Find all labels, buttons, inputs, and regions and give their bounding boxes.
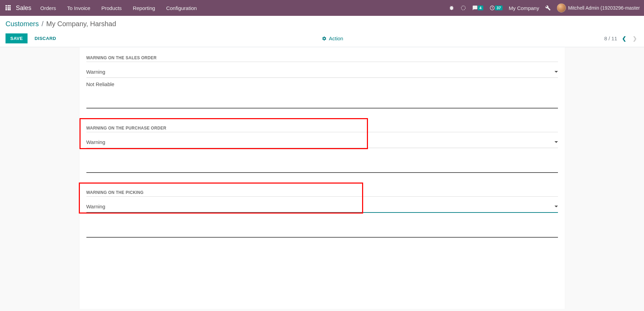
action-label: Action — [329, 35, 343, 41]
sales-order-warning-select[interactable]: Warning — [86, 66, 558, 78]
nav-orders[interactable]: Orders — [35, 3, 61, 13]
nav-to-invoice[interactable]: To Invoice — [62, 3, 95, 13]
systray: 4 37 My Company Mitchell Admin (19203296… — [447, 2, 641, 14]
purchase-order-warning-value: Warning — [86, 138, 555, 146]
form-sheet: WARNING ON THE SALES ORDER Warning Not R… — [80, 47, 565, 309]
company-switcher[interactable]: My Company — [507, 4, 540, 12]
section-sales-order: WARNING ON THE SALES ORDER Warning Not R… — [80, 55, 565, 108]
sales-order-warning-value: Warning — [86, 68, 555, 76]
breadcrumb-separator: / — [42, 20, 44, 28]
section-purchase-order: WARNING ON THE PURCHASE ORDER Warning — [80, 126, 565, 173]
section-purchase-order-title: WARNING ON THE PURCHASE ORDER — [86, 126, 558, 132]
activities-icon[interactable]: 37 — [488, 4, 504, 12]
tools-icon[interactable] — [544, 4, 552, 12]
picking-warning-select[interactable]: Warning — [86, 201, 558, 213]
purchase-order-warning-select[interactable]: Warning — [86, 136, 558, 148]
breadcrumb-current: My Company, Harshad — [46, 20, 116, 28]
main-navbar: Sales Orders To Invoice Products Reporti… — [0, 0, 644, 16]
discard-button[interactable]: DISCARD — [30, 33, 61, 43]
control-panel: Customers / My Company, Harshad SAVE DIS… — [0, 16, 644, 47]
messages-icon[interactable]: 4 — [471, 4, 485, 12]
breadcrumb-parent[interactable]: Customers — [6, 20, 39, 28]
debug-icon[interactable] — [447, 4, 456, 12]
section-picking-title: WARNING ON THE PICKING — [86, 190, 558, 197]
svg-point-0 — [461, 6, 465, 10]
purchase-order-message-input[interactable] — [86, 148, 558, 173]
pager-text: 8 / 11 — [604, 35, 617, 41]
section-picking: WARNING ON THE PICKING Warning — [80, 190, 565, 238]
messages-badge: 4 — [478, 6, 483, 10]
app-brand[interactable]: Sales — [16, 4, 31, 12]
pager: 8 / 11 ❮ ❯ — [604, 35, 638, 42]
picking-message-input[interactable] — [86, 213, 558, 238]
breadcrumb: Customers / My Company, Harshad — [6, 20, 638, 28]
nav-products[interactable]: Products — [96, 3, 126, 13]
nav-menu: Orders To Invoice Products Reporting Con… — [35, 3, 202, 13]
section-sales-order-title: WARNING ON THE SALES ORDER — [86, 55, 558, 62]
support-icon[interactable] — [459, 4, 467, 12]
picking-warning-value: Warning — [86, 202, 555, 211]
pager-prev[interactable]: ❮ — [621, 35, 628, 42]
save-button[interactable]: SAVE — [6, 33, 28, 43]
pager-next[interactable]: ❯ — [631, 35, 638, 42]
nav-reporting[interactable]: Reporting — [128, 3, 160, 13]
action-menu[interactable]: Action — [322, 35, 343, 41]
dropdown-caret-icon — [555, 141, 558, 143]
user-avatar — [557, 3, 566, 12]
activities-badge: 37 — [495, 6, 503, 10]
dropdown-caret-icon — [555, 206, 558, 207]
user-name: Mitchell Admin (19203296-master — [568, 5, 640, 11]
sales-order-message-input[interactable]: Not Reliable — [86, 79, 558, 108]
nav-configuration[interactable]: Configuration — [161, 3, 202, 13]
apps-icon[interactable] — [3, 2, 14, 13]
dropdown-caret-icon — [555, 71, 558, 73]
user-menu[interactable]: Mitchell Admin (19203296-master — [556, 2, 641, 14]
